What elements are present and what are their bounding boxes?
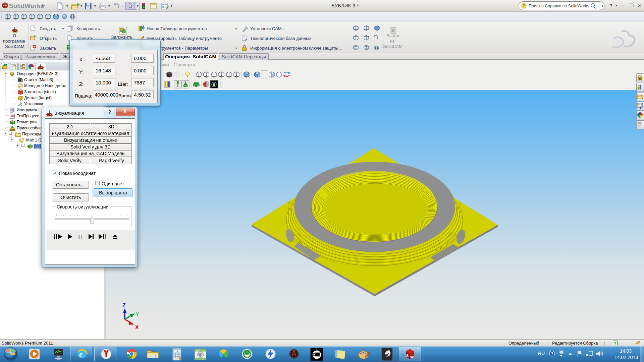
svg-text:▼: ▼ — [108, 4, 111, 8]
svg-text:▼: ▼ — [66, 4, 69, 8]
svg-text:▼: ▼ — [170, 4, 173, 8]
svg-text:Z: Z — [122, 303, 126, 308]
svg-text:e: e — [79, 350, 83, 358]
svg-text:S: S — [406, 354, 409, 358]
svg-text:X: X — [135, 324, 139, 330]
svg-text:▼: ▼ — [121, 4, 124, 8]
svg-text:▼: ▼ — [94, 4, 97, 8]
svg-text:W: W — [410, 355, 414, 359]
svg-text:0: 0 — [177, 349, 178, 352]
svg-text:?: ? — [551, 352, 553, 356]
svg-text:Y: Y — [136, 312, 139, 317]
svg-text:▼: ▼ — [80, 4, 83, 8]
svg-text:SW: SW — [3, 4, 7, 7]
svg-text:▼: ▼ — [136, 4, 139, 8]
